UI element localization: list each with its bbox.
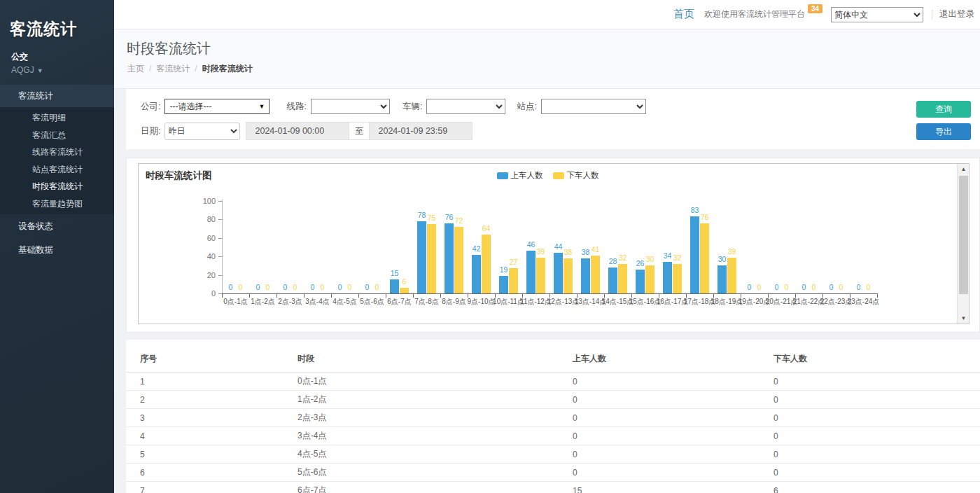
sidebar-sub-item[interactable]: 客流汇总 bbox=[0, 127, 114, 144]
sidebar: 客流统计 公交 AQGJ▼ 客流统计客流明细客流汇总线路客流统计站点客流统计时段… bbox=[0, 0, 114, 493]
table-cell: 3 bbox=[126, 409, 284, 427]
date-preset-select[interactable]: 昨日 bbox=[164, 123, 240, 140]
y-axis-label: 0 bbox=[192, 289, 216, 298]
export-button[interactable]: 导出 bbox=[916, 123, 971, 140]
sidebar-item-parent[interactable]: 设备状态 bbox=[0, 214, 114, 238]
topbar: 首页 欢迎使用客流统计管理平台 34 简体中文 退出登录 bbox=[114, 0, 980, 29]
x-axis-label: 13点-14点 bbox=[577, 297, 604, 307]
y-axis-label: 20 bbox=[192, 271, 216, 279]
table-cell: 0 bbox=[559, 464, 760, 482]
sidebar-sub-item[interactable]: 客流明细 bbox=[0, 109, 114, 127]
y-axis-tick bbox=[218, 201, 222, 202]
sidebar-sub-item[interactable]: 客流量趋势图 bbox=[0, 195, 114, 213]
date-to-input[interactable] bbox=[369, 122, 472, 140]
x-axis-label: 15点-16点 bbox=[631, 297, 659, 307]
table-cell: 4点-5点 bbox=[284, 445, 559, 464]
bar bbox=[645, 265, 654, 293]
y-axis-tick bbox=[218, 256, 222, 257]
vehicle-select[interactable] bbox=[426, 99, 505, 114]
x-axis-label: 0点-1点 bbox=[222, 297, 249, 307]
table-row: 10点-1点00 bbox=[126, 373, 980, 391]
table-header-cell: 时段 bbox=[284, 348, 559, 373]
y-axis-tick bbox=[218, 219, 222, 220]
bar-value-label: 0 bbox=[858, 283, 879, 291]
logout-link[interactable]: 退出登录 bbox=[939, 8, 974, 20]
bar bbox=[400, 288, 409, 293]
table-cell: 15 bbox=[559, 482, 760, 493]
x-axis-label: 11点-12点 bbox=[522, 297, 550, 307]
breadcrumb-item[interactable]: 主页 bbox=[127, 64, 144, 74]
date-from-input[interactable] bbox=[246, 122, 349, 140]
bar bbox=[663, 262, 672, 293]
date-label: 日期: bbox=[141, 125, 160, 137]
vertical-scrollbar[interactable]: ▲ ▼ bbox=[957, 164, 969, 324]
table-header-cell: 序号 bbox=[126, 348, 284, 373]
bar bbox=[472, 255, 481, 293]
table-row: 43点-4点00 bbox=[126, 427, 980, 445]
scroll-up-icon[interactable]: ▲ bbox=[958, 164, 969, 174]
table-cell: 1点-2点 bbox=[284, 391, 559, 409]
table-cell: 4 bbox=[126, 427, 284, 445]
page-header: 时段客流统计 主页/客流统计/时段客流统计 bbox=[114, 29, 980, 89]
y-axis-label: 60 bbox=[192, 234, 216, 242]
table-panel: 序号时段上车人数下车人数 10点-1点0021点-2点0032点-3点0043点… bbox=[126, 340, 980, 493]
bar bbox=[536, 258, 545, 293]
scroll-thumb[interactable] bbox=[959, 176, 968, 294]
table-cell: 0 bbox=[559, 391, 760, 409]
breadcrumb-separator: / bbox=[149, 64, 151, 74]
x-axis-label: 3点-4点 bbox=[304, 297, 331, 307]
y-axis-label: 100 bbox=[192, 197, 216, 205]
bar bbox=[591, 256, 600, 293]
y-axis-line bbox=[222, 200, 223, 294]
main-area: 首页 欢迎使用客流统计管理平台 34 简体中文 退出登录 时段客流统计 主页/客… bbox=[114, 0, 980, 493]
bar bbox=[526, 251, 536, 293]
breadcrumb-item[interactable]: 客流统计 bbox=[156, 64, 190, 74]
table-cell: 0 bbox=[760, 373, 980, 391]
bar bbox=[427, 224, 436, 293]
bar-value-label: 15 bbox=[384, 269, 405, 277]
bar-value-label: 76 bbox=[694, 213, 715, 221]
language-select[interactable]: 简体中文 bbox=[831, 7, 923, 22]
filter-panel: 公司: ---请选择--- ▼ 线路: 车辆: 站点: 日期: 昨日 至 查询 … bbox=[126, 89, 980, 149]
sidebar-item-parent[interactable]: 客流统计 bbox=[0, 85, 114, 107]
query-button[interactable]: 查询 bbox=[916, 101, 971, 118]
bar-chart: 0204060801000点-1点001点-2点002点-3点003点-4点00… bbox=[139, 164, 958, 325]
company-select[interactable]: ---请选择--- ▼ bbox=[164, 99, 270, 114]
bar bbox=[554, 253, 563, 293]
bar-value-label: 6 bbox=[393, 277, 415, 286]
sidebar-sub-item[interactable]: 时段客流统计 bbox=[0, 178, 114, 195]
y-axis-label: 80 bbox=[192, 215, 216, 223]
sidebar-sub-item[interactable]: 线路客流统计 bbox=[0, 144, 114, 161]
table-row: 65点-6点00 bbox=[126, 464, 980, 482]
x-axis-label: 22点-23点 bbox=[822, 297, 850, 307]
bar bbox=[454, 227, 463, 293]
sidebar-item-parent[interactable]: 基础数据 bbox=[0, 238, 114, 262]
bar bbox=[482, 235, 491, 293]
org-code: AQGJ bbox=[11, 65, 34, 75]
x-axis-label: 20点-21点 bbox=[768, 297, 795, 307]
bar bbox=[618, 264, 627, 293]
topbar-divider bbox=[932, 10, 932, 20]
x-axis-label: 19点-20点 bbox=[741, 297, 768, 307]
x-axis-label: 18点-19点 bbox=[713, 297, 741, 307]
breadcrumb: 主页/客流统计/时段客流统计 bbox=[127, 63, 253, 75]
bar-value-label: 64 bbox=[475, 224, 497, 232]
table-cell: 7 bbox=[126, 482, 284, 493]
scroll-down-icon[interactable]: ▼ bbox=[958, 313, 969, 324]
x-axis-label: 9点-10点 bbox=[468, 297, 495, 307]
notification-badge[interactable]: 34 bbox=[808, 4, 822, 13]
date-range-group: 至 bbox=[246, 122, 472, 140]
line-select[interactable] bbox=[311, 99, 390, 114]
table-cell: 0 bbox=[760, 445, 980, 464]
table-cell: 0点-1点 bbox=[284, 373, 559, 391]
x-axis-label: 2点-3点 bbox=[276, 297, 304, 307]
topbar-home-link[interactable]: 首页 bbox=[673, 8, 694, 21]
table-cell: 2 bbox=[126, 391, 284, 409]
org-code-dropdown[interactable]: AQGJ▼ bbox=[0, 63, 114, 75]
table-cell: 0 bbox=[760, 391, 980, 409]
station-label: 站点: bbox=[517, 101, 536, 113]
company-label: 公司: bbox=[141, 101, 160, 113]
table-cell: 0 bbox=[760, 427, 980, 445]
sidebar-sub-item[interactable]: 站点客流统计 bbox=[0, 161, 114, 179]
station-select[interactable] bbox=[541, 99, 646, 114]
